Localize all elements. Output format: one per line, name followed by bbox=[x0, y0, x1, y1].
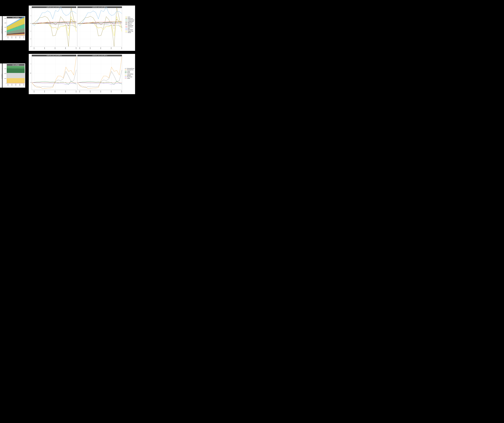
svg-rect-211 bbox=[23, 32, 24, 33]
svg-rect-194 bbox=[22, 35, 23, 36]
svg-rect-291 bbox=[12, 68, 12, 73]
svg-rect-16 bbox=[7, 35, 8, 35]
svg-text:2020: 2020 bbox=[34, 47, 35, 49]
svg-rect-66 bbox=[11, 34, 12, 35]
svg-rect-343 bbox=[19, 83, 19, 83]
svg-rect-119 bbox=[15, 22, 16, 27]
svg-rect-263 bbox=[9, 83, 10, 83]
svg-rect-187 bbox=[21, 32, 22, 33]
svg-rect-386 bbox=[24, 73, 24, 78]
svg-rect-277 bbox=[11, 83, 12, 83]
svg-rect-297 bbox=[13, 78, 14, 83]
svg-rect-378 bbox=[23, 73, 24, 78]
landalloc-line-panel: rcp85cooler_ssp3_runoff_diffPrcnt00.5120… bbox=[29, 54, 135, 94]
svg-rect-348 bbox=[19, 66, 19, 68]
svg-rect-182 bbox=[21, 35, 22, 36]
svg-rect-139 bbox=[17, 33, 18, 33]
svg-rect-101 bbox=[14, 34, 15, 35]
svg-rect-113 bbox=[15, 34, 16, 35]
svg-rect-314 bbox=[15, 73, 16, 78]
svg-rect-30 bbox=[8, 34, 9, 35]
svg-rect-281 bbox=[11, 78, 12, 83]
svg-rect-366 bbox=[22, 83, 23, 83]
svg-rect-92 bbox=[13, 31, 14, 33]
ylab-box-top: agProdByCrop bbox=[0, 16, 2, 40]
svg-rect-269 bbox=[10, 83, 11, 83]
svg-rect-120 bbox=[15, 21, 16, 22]
svg-text:2060: 2060 bbox=[54, 47, 55, 49]
svg-rect-370 bbox=[22, 73, 23, 78]
svg-rect-136 bbox=[17, 35, 18, 35]
svg-rect-265 bbox=[9, 78, 10, 83]
svg-rect-331 bbox=[17, 68, 18, 73]
svg-rect-153 bbox=[18, 26, 18, 29]
svg-rect-285 bbox=[12, 83, 12, 83]
svg-rect-206 bbox=[23, 35, 24, 36]
svg-rect-171 bbox=[20, 35, 21, 35]
svg-text:-2: -2 bbox=[30, 38, 31, 40]
svg-text:1: 1 bbox=[30, 15, 31, 16]
svg-rect-197 bbox=[22, 34, 23, 34]
svg-rect-180 bbox=[20, 19, 21, 20]
svg-rect-69 bbox=[11, 29, 12, 31]
svg-rect-33 bbox=[8, 30, 9, 32]
svg-rect-74 bbox=[12, 35, 12, 36]
svg-rect-273 bbox=[10, 78, 11, 83]
legend-item-FodderHerb: FodderHerb bbox=[125, 21, 134, 22]
svg-rect-383 bbox=[24, 83, 24, 83]
svg-rect-355 bbox=[20, 68, 21, 73]
svg-rect-266 bbox=[9, 73, 10, 78]
svg-text:0: 0 bbox=[6, 83, 6, 84]
svg-rect-309 bbox=[15, 83, 16, 83]
landalloc-line-svg: rcp85cooler_ssp3_runoff_diffPrcnt00.5120… bbox=[29, 54, 135, 94]
svg-rect-155 bbox=[18, 21, 18, 26]
svg-text:2040: 2040 bbox=[90, 91, 91, 93]
svg-rect-161 bbox=[19, 34, 19, 34]
legend-item-Rice: Rice bbox=[125, 28, 134, 29]
svg-text:2080: 2080 bbox=[111, 91, 112, 93]
svg-rect-315 bbox=[15, 68, 16, 73]
svg-rect-127 bbox=[16, 33, 17, 33]
svg-rect-42 bbox=[9, 34, 10, 35]
svg-rect-44 bbox=[9, 32, 10, 34]
svg-rect-159 bbox=[19, 35, 19, 35]
svg-rect-379 bbox=[23, 69, 24, 73]
svg-rect-381 bbox=[24, 83, 24, 83]
svg-rect-173 bbox=[20, 34, 21, 34]
svg-rect-327 bbox=[17, 83, 18, 83]
svg-rect-191 bbox=[21, 19, 22, 25]
svg-rect-141 bbox=[17, 27, 18, 30]
svg-text:2000: 2000 bbox=[4, 18, 6, 19]
svg-rect-96 bbox=[13, 23, 14, 24]
svg-rect-175 bbox=[20, 33, 21, 33]
svg-rect-63 bbox=[11, 35, 12, 35]
svg-text:7500: 7500 bbox=[4, 68, 6, 69]
svg-rect-330 bbox=[17, 73, 18, 78]
svg-rect-67 bbox=[11, 33, 12, 34]
svg-rect-185 bbox=[21, 34, 22, 34]
svg-rect-123 bbox=[16, 35, 17, 35]
svg-rect-89 bbox=[13, 34, 14, 35]
svg-rect-215 bbox=[23, 18, 24, 24]
svg-rect-98 bbox=[14, 35, 15, 36]
svg-rect-126 bbox=[16, 33, 17, 34]
svg-rect-116 bbox=[15, 30, 16, 33]
svg-rect-307 bbox=[14, 68, 15, 73]
svg-rect-226 bbox=[24, 24, 24, 24]
svg-rect-115 bbox=[15, 33, 16, 34]
svg-rect-380 bbox=[23, 66, 24, 69]
svg-rect-214 bbox=[23, 24, 24, 24]
svg-rect-199 bbox=[22, 32, 23, 33]
svg-rect-283 bbox=[11, 68, 12, 73]
svg-rect-40 bbox=[9, 35, 10, 35]
svg-rect-255 bbox=[8, 83, 9, 83]
svg-rect-188 bbox=[21, 29, 22, 33]
svg-rect-228 bbox=[24, 16, 24, 18]
agprod-line-svg: rcp85cooler_ssp3_runoff_diffPrcnt-3-2-10… bbox=[29, 6, 135, 51]
svg-rect-346 bbox=[19, 73, 19, 78]
svg-rect-167 bbox=[19, 20, 19, 26]
svg-text:0: 0 bbox=[6, 35, 6, 36]
svg-rect-122 bbox=[16, 35, 17, 36]
svg-rect-21 bbox=[7, 30, 8, 32]
agprod-bar-panel: ssp3_rcp85gdp050010001500200020202040206… bbox=[2, 16, 25, 40]
